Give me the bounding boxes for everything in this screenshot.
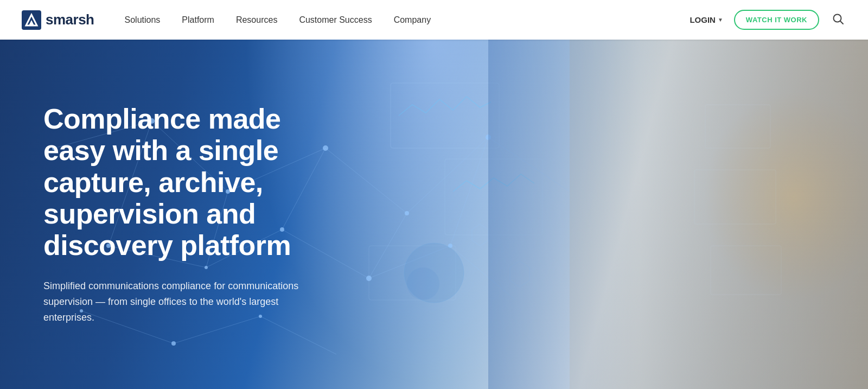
- hero-title: Compliance made easy with a single captu…: [43, 103, 347, 261]
- svg-point-31: [405, 211, 409, 215]
- nav-item-company[interactable]: Company: [385, 11, 439, 29]
- nav-menu: Solutions Platform Resources Customer Su…: [116, 11, 690, 29]
- navbar: smarsh Solutions Platform Resources Cust…: [0, 0, 868, 40]
- hero-section: Compliance made easy with a single captu…: [0, 40, 868, 389]
- login-button[interactable]: LOGIN ▼: [690, 15, 723, 24]
- svg-line-23: [450, 137, 488, 246]
- watch-it-work-button[interactable]: WATCH IT WORK: [734, 10, 819, 30]
- hero-subtitle: Simplified communications compliance for…: [43, 278, 326, 325]
- nav-item-resources[interactable]: Resources: [227, 11, 286, 29]
- logo-text: smarsh: [46, 11, 94, 28]
- search-button[interactable]: [830, 11, 846, 29]
- chevron-down-icon: ▼: [718, 17, 723, 23]
- nav-item-platform[interactable]: Platform: [173, 11, 223, 29]
- nav-item-customer-success[interactable]: Customer Success: [290, 11, 380, 29]
- login-label: LOGIN: [690, 15, 716, 24]
- search-icon: [832, 13, 844, 25]
- hero-content: Compliance made easy with a single captu…: [0, 103, 391, 326]
- navbar-right: LOGIN ▼ WATCH IT WORK: [690, 10, 846, 30]
- svg-rect-46: [570, 40, 868, 389]
- svg-point-39: [171, 341, 176, 346]
- svg-line-4: [840, 21, 843, 23]
- svg-rect-24: [391, 83, 499, 148]
- svg-point-44: [407, 267, 439, 300]
- nav-item-solutions[interactable]: Solutions: [116, 11, 169, 29]
- logo-link[interactable]: smarsh: [22, 10, 94, 30]
- svg-line-9: [407, 137, 488, 213]
- logo-icon: [22, 10, 41, 30]
